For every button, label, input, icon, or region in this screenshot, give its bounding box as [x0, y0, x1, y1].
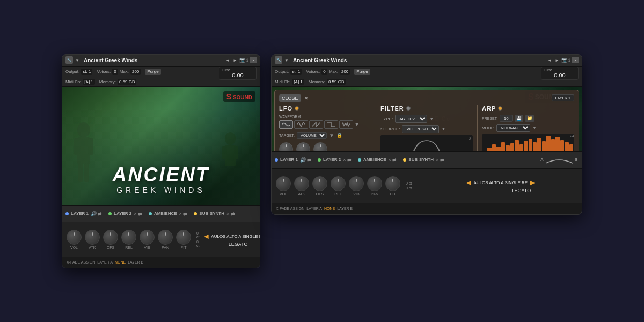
rel-knob[interactable]: [121, 230, 136, 245]
lfo-section: LFO WAVEFORM: [279, 105, 376, 151]
close-x-icon: ✕: [304, 96, 309, 101]
target-select[interactable]: VOLUME: [297, 132, 327, 139]
atk-knob[interactable]: [85, 230, 100, 245]
large-patch-prev[interactable]: ◄: [465, 178, 473, 187]
large-layer-b: LAYER B: [337, 207, 353, 210]
memory-value: 0.59 GB: [118, 79, 136, 85]
filter-source-select[interactable]: VEL RESO: [402, 125, 439, 133]
ambience-name: AMBIENCE: [154, 211, 177, 216]
ofs-knob[interactable]: [103, 230, 118, 245]
preset-save-btn[interactable]: 💾: [515, 115, 523, 122]
preset-num: 16: [500, 115, 513, 122]
small-close-btn[interactable]: ×: [250, 57, 257, 63]
target-arrow: ▼: [329, 133, 334, 138]
filter-type-row: TYPE: AR HP2 ▼: [380, 115, 473, 123]
small-nav: ◄ ► 📷 ℹ: [224, 57, 248, 63]
time-knob-item: TIME: [279, 142, 293, 151]
preset-folder-btn[interactable]: 📁: [525, 115, 534, 122]
purge-button[interactable]: Purge: [145, 69, 160, 75]
large-rel-knob[interactable]: [331, 176, 346, 191]
subsynth-name: SUB-SYNTH: [199, 211, 224, 216]
layer-a-label: LAYER A: [97, 260, 113, 264]
layer-b-label: LAYER B: [128, 260, 143, 264]
pit-knob-item: PIT: [176, 230, 191, 250]
large-close-btn[interactable]: ×: [572, 57, 579, 63]
subsynth-dot: [194, 212, 197, 215]
wave-random-btn[interactable]: [339, 120, 353, 129]
large-layer-a: LAYER A: [306, 207, 322, 210]
ct-values: 0 ct 0 ct: [196, 231, 199, 247]
large-output-value: st. 1: [290, 69, 302, 75]
pit-knob[interactable]: [176, 230, 191, 245]
wave-sine-btn[interactable]: [279, 120, 293, 129]
large-atk-knob[interactable]: [294, 176, 309, 191]
large-ofs-knob[interactable]: [312, 176, 327, 191]
large-purge-button[interactable]: Purge: [354, 69, 370, 75]
lfo-close-btn[interactable]: CLOSE: [279, 94, 301, 102]
wave-tri-btn[interactable]: [294, 120, 308, 129]
vol-knob[interactable]: [67, 230, 82, 245]
large-nav-prev[interactable]: ◄: [546, 57, 553, 63]
large-vol-knob[interactable]: [276, 176, 291, 191]
none-label: NONE: [115, 260, 126, 264]
large-patch-area: ◄ AULOS ALTO A SINGLE RE ► LEGATO: [465, 178, 577, 193]
large-pan-knob[interactable]: [367, 176, 382, 191]
mode-select[interactable]: NORMAL: [496, 124, 530, 132]
large-vib-knob[interactable]: [349, 176, 364, 191]
arp-bar: [555, 137, 559, 151]
arp-section: ARP PRESET: 16 💾 📁 MODE:: [478, 105, 574, 151]
layer1-badge: LAYER 1: [552, 94, 574, 101]
large-pit-knob[interactable]: [385, 176, 400, 191]
voices-item: Voices: 0 Max: 200: [97, 69, 141, 75]
large-patch-next[interactable]: ►: [529, 178, 536, 187]
layer2-dot: [108, 212, 112, 215]
wave-square-btn[interactable]: [324, 120, 338, 129]
lfo-filter-arp-panel: CLOSE ✕ LAYER 1 LFO WAVEFORM: [274, 90, 579, 151]
ambience-item: AMBIENCE × ⇌: [149, 211, 187, 216]
title-overlay: ANCIENT GREEK WINDS: [62, 165, 260, 194]
arp-bar: [551, 139, 555, 151]
midi-item: Midi Ch: [A] 1: [65, 79, 95, 85]
intens-knob[interactable]: [296, 142, 310, 151]
large-top-bar: 🔧 ▼ Ancient Greek Winds ◄ ► 📷 ℹ × Tune 0…: [272, 55, 582, 67]
tune-area: Tune 0.00: [219, 67, 257, 80]
patch-name-area: ◄ AULOS ALTO A SINGLE RE ► LEGATO: [202, 232, 260, 247]
large-layer-bar: LAYER 1 🔊 ⇌ LAYER 2 × ⇌ AMBIENCE × ⇌: [272, 151, 582, 169]
arp-bar: [487, 148, 491, 151]
vol-label: VOL: [70, 246, 78, 250]
output-value: st. 1: [81, 69, 92, 75]
nav-next-btn[interactable]: ►: [232, 57, 238, 63]
vol-knob-item: VOL: [67, 230, 82, 250]
arp-number-24: 24: [570, 134, 574, 138]
ambience-dot: [149, 212, 152, 215]
arp-bar: [569, 144, 573, 151]
filter-type-select[interactable]: AR HP2: [395, 115, 427, 123]
patch-prev-btn[interactable]: ◄: [202, 232, 210, 240]
svg-rect-10: [380, 135, 473, 151]
waveform-label: WAVEFORM: [279, 115, 371, 119]
large-nav-next[interactable]: ►: [554, 57, 560, 63]
time-knob[interactable]: [279, 142, 293, 151]
nav-prev-btn[interactable]: ◄: [224, 57, 231, 63]
subsynth-item: SUB-SYNTH × ⇌: [194, 211, 235, 216]
filter-curve-svg: [380, 135, 473, 151]
lfo-title: LFO: [279, 105, 371, 112]
large-xfade-label: X-FADE ASSIGN: [276, 207, 304, 210]
small-top-bar: 🔧 ▼ Ancient Greek Winds ◄ ► 📷 ℹ × Tune 0…: [62, 55, 260, 67]
vib-knob[interactable]: [140, 230, 155, 245]
lfo-panel-header: CLOSE ✕ LAYER 1: [279, 94, 574, 102]
small-xfade-area: X-FADE ASSIGN LAYER A NONE LAYER B: [62, 257, 260, 268]
filter-number-8: 8: [469, 136, 471, 140]
arp-bar: [565, 142, 568, 151]
pan-knob[interactable]: [158, 230, 173, 245]
large-tune-value: 0.00: [544, 72, 576, 78]
arp-bar: [483, 151, 487, 151]
lfo-knobs: TIME INTENS. FADE: [279, 142, 371, 151]
pan-label: PAN: [162, 246, 169, 250]
arp-bar: [537, 138, 541, 151]
filter-title: FILTER: [380, 105, 473, 112]
fade-knob[interactable]: [313, 142, 327, 151]
wave-saw-btn[interactable]: [309, 120, 323, 129]
soundiron-logo: S SOUND: [223, 91, 255, 102]
ct-value1: 0 ct: [196, 231, 199, 239]
